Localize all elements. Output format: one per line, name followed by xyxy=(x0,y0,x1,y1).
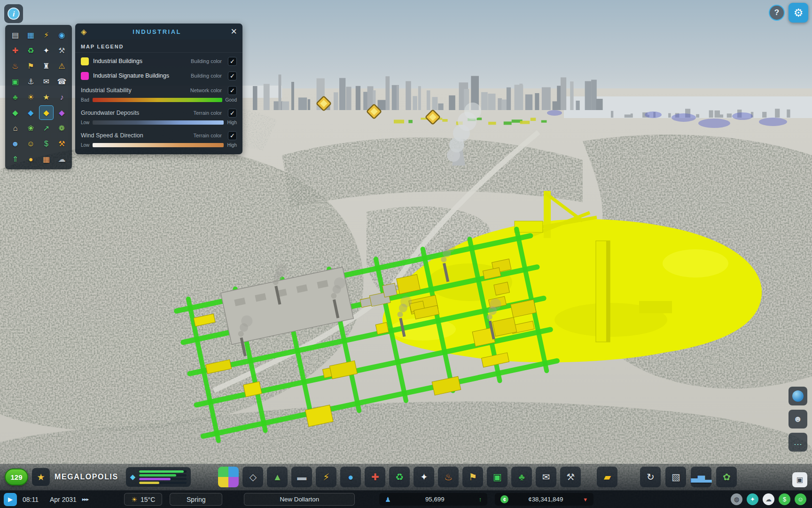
infoview-transportation-icon[interactable]: ▦ xyxy=(23,28,38,42)
population-display[interactable]: ♟ 95,699 ↑ xyxy=(379,493,487,506)
communications-tool-button[interactable]: ✉ xyxy=(536,467,556,487)
infoview-finances-icon[interactable]: $ xyxy=(39,136,54,151)
city-name-display[interactable]: New Dollarton xyxy=(244,493,355,506)
xp-level-badge[interactable]: 129 xyxy=(5,468,28,485)
settings-gear-button[interactable]: ⚙ xyxy=(789,3,808,23)
garbage-tool-button[interactable]: ♻ xyxy=(389,467,410,487)
infoview-environment-icon[interactable]: ❀ xyxy=(23,121,38,135)
temperature-display: ☀ 15°C xyxy=(124,493,162,506)
season-display: Spring xyxy=(170,493,222,506)
infoview-garbage-icon[interactable]: ♻ xyxy=(23,43,38,58)
money-coin-icon: ¢ xyxy=(500,495,508,503)
zoning-tool-button[interactable] xyxy=(218,467,239,487)
infoview-zones-commercial-icon[interactable]: ◆ xyxy=(23,105,38,120)
map-tiles-tool-button[interactable]: ▧ xyxy=(665,467,686,487)
infoview-workplaces-icon[interactable]: ⚒ xyxy=(55,136,69,151)
play-pause-button[interactable]: ▶ xyxy=(4,493,17,506)
help-button[interactable]: ? xyxy=(769,5,785,21)
gradient-low-label: Bad xyxy=(81,97,89,103)
status-bar: ▶ 08:11 Apr 2031 ▸▸▸ ☀ 15°C Spring New D… xyxy=(0,490,812,508)
infoview-disaster-control-icon[interactable]: ⚠ xyxy=(55,59,69,73)
infoview-land-value-icon[interactable]: ⇑ xyxy=(8,152,23,167)
follow-citizen-button[interactable]: ☻ xyxy=(789,410,807,429)
infoview-entertainment-icon[interactable]: ♪ xyxy=(55,90,69,104)
chirper-button[interactable]: … xyxy=(789,433,807,452)
infoview-zones-residential-icon[interactable]: ◆ xyxy=(8,105,23,120)
transportation-tool-button[interactable]: ▣ xyxy=(487,467,508,487)
legend-checkbox[interactable]: ✓ xyxy=(228,109,237,118)
statistics-tool-button[interactable]: ▃▅▂ xyxy=(691,467,711,487)
infoview-public-transport-icon[interactable]: ▣ xyxy=(8,74,23,89)
main-toolbar: 129 ★ MEGALOPOLIS ◆ ◇▲▬⚡●✚♻✦♨⚑▣♣✉⚒▰ ↻▧▃▅… xyxy=(0,464,812,490)
infoview-tourism-icon[interactable]: ★ xyxy=(39,90,54,104)
info-button[interactable]: i xyxy=(4,4,23,23)
legend-header-bar: ◈ INDUSTRIAL × xyxy=(75,24,242,40)
infoview-electricity-icon[interactable]: ⚡ xyxy=(39,28,54,42)
infoview-agriculture-icon[interactable]: ❁ xyxy=(55,121,69,135)
close-icon[interactable]: × xyxy=(227,26,237,37)
infoview-administration-icon[interactable]: ♜ xyxy=(39,59,54,73)
economy-panel-tool-button[interactable]: ↻ xyxy=(640,467,661,487)
infoview-buildings-icon[interactable]: ▦ xyxy=(39,152,54,167)
legend-checkbox[interactable]: ✓ xyxy=(228,86,237,95)
construction-tools: ◇▲▬⚡●✚♻✦♨⚑▣♣✉⚒▰ xyxy=(218,467,617,487)
infoview-telecom-icon[interactable]: ☎ xyxy=(55,74,69,89)
infoview-water-sewage-icon[interactable]: ◉ xyxy=(55,28,69,42)
environment-panel-tool-button[interactable]: ✿ xyxy=(716,467,737,487)
mini-happiness-icon[interactable]: ☺ xyxy=(795,493,806,505)
infoview-economy-icon[interactable]: ↗ xyxy=(39,121,54,135)
infoview-recreation-icon[interactable]: ☀ xyxy=(23,90,38,104)
infoview-maintenance-icon[interactable]: ⚒ xyxy=(55,43,69,58)
infoview-housing-icon[interactable]: ⌂ xyxy=(8,121,23,135)
landscaping-tool-button[interactable]: ▲ xyxy=(267,467,288,487)
infoview-communications-icon[interactable]: ✉ xyxy=(39,74,54,89)
progress-track xyxy=(139,474,186,476)
parks-tool-button[interactable]: ♣ xyxy=(511,467,532,487)
bulldozer-tool-button[interactable]: ▰ xyxy=(597,467,617,487)
infoview-education-icon[interactable]: ✦ xyxy=(39,43,54,58)
milestones-trophy-button[interactable]: ★ xyxy=(32,468,50,486)
infoview-parks-icon[interactable]: ♣ xyxy=(8,90,23,104)
infoview-pollution-icon[interactable]: ☁ xyxy=(55,152,69,167)
electricity-tool-button[interactable]: ⚡ xyxy=(316,467,336,487)
temperature-value: 15°C xyxy=(141,496,155,503)
terraforming-tool-button[interactable]: ⚒ xyxy=(560,467,581,487)
infoview-roads-icon[interactable]: ▤ xyxy=(8,28,23,42)
legend-row: Industrial BuildingsBuilding color✓ xyxy=(75,54,242,68)
mini-radio-icon[interactable]: ✦ xyxy=(747,493,758,505)
mini-weather-icon[interactable]: ☁ xyxy=(763,493,774,505)
healthcare-tool-button[interactable]: ✚ xyxy=(365,467,385,487)
gradient-bar xyxy=(93,120,224,125)
legend-checkbox[interactable]: ✓ xyxy=(228,131,237,140)
progress-track xyxy=(139,470,186,473)
infoview-fire-rescue-icon[interactable]: ♨ xyxy=(8,59,23,73)
infoview-healthcare-icon[interactable]: ✚ xyxy=(8,43,23,58)
water-tool-button[interactable]: ● xyxy=(340,467,361,487)
money-display[interactable]: ¢ ¢38,341,849 ▼ xyxy=(495,493,593,506)
map-options-button[interactable] xyxy=(789,387,807,405)
photo-mode-button[interactable]: ▣ xyxy=(792,472,807,487)
legend-color-type: Terrain color xyxy=(193,110,224,116)
police-tool-button[interactable]: ⚑ xyxy=(462,467,483,487)
legend-checkbox[interactable]: ✓ xyxy=(228,71,237,80)
gradient-bar xyxy=(93,98,222,102)
education-tool-button[interactable]: ✦ xyxy=(414,467,434,487)
infoview-zones-industrial-icon[interactable]: ◆ xyxy=(39,105,54,120)
mini-budget-icon[interactable]: $ xyxy=(779,493,790,505)
infoview-police-icon[interactable]: ⚑ xyxy=(23,59,38,73)
districts-tool-button[interactable]: ◇ xyxy=(242,467,263,487)
simulation-speed-control[interactable]: ▸▸▸ xyxy=(82,496,89,502)
mini-map-icon[interactable]: ◍ xyxy=(731,493,742,505)
infoview-cargo-icon[interactable]: ⚓ xyxy=(23,74,38,89)
development-gem-icon: ◆ xyxy=(130,473,136,481)
progression-meter[interactable]: ◆ xyxy=(126,467,191,487)
fire-rescue-tool-button[interactable]: ♨ xyxy=(438,467,459,487)
infoview-population-icon[interactable]: ☻ xyxy=(8,136,23,151)
infoview-traffic-icon[interactable]: ● xyxy=(23,152,38,167)
infoview-zones-office-icon[interactable]: ◆ xyxy=(55,105,69,120)
legend-gradient-row: LowHigh xyxy=(81,143,237,148)
roads-tool-button[interactable]: ▬ xyxy=(291,467,312,487)
legend-checkbox[interactable]: ✓ xyxy=(228,57,237,66)
legend-item-label: Industrial Suitability xyxy=(81,87,186,94)
infoview-happiness-icon[interactable]: ☺ xyxy=(23,136,38,151)
